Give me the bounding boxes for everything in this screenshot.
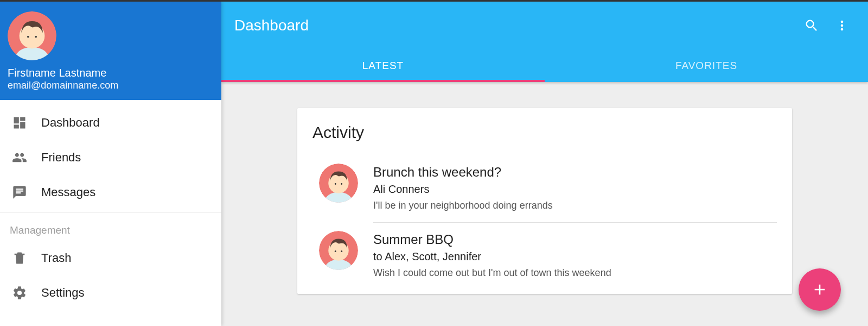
sidebar-item-friends[interactable]: Friends bbox=[0, 140, 221, 175]
chat-icon bbox=[10, 185, 29, 200]
gear-icon bbox=[10, 285, 29, 300]
dashboard-icon bbox=[10, 115, 29, 130]
sidebar: Firstname Lastname email@domainname.com … bbox=[0, 2, 221, 326]
activity-card: Activity Brunch this weekend? Ali Conner… bbox=[297, 108, 792, 294]
tab-favorites[interactable]: FAVORITES bbox=[545, 49, 868, 82]
avatar bbox=[319, 164, 358, 203]
overflow-menu-button[interactable] bbox=[829, 12, 855, 39]
profile-name: Firstname Lastname bbox=[8, 66, 214, 80]
list-item[interactable]: Brunch this weekend? Ali Conners I'll be… bbox=[297, 155, 792, 222]
sidebar-item-settings[interactable]: Settings bbox=[0, 275, 221, 310]
item-title: Brunch this weekend? bbox=[373, 165, 777, 180]
tab-label: FAVORITES bbox=[675, 60, 737, 72]
item-subtitle: Ali Conners bbox=[373, 183, 777, 196]
profile-header: Firstname Lastname email@domainname.com bbox=[0, 2, 221, 100]
people-icon bbox=[10, 150, 29, 165]
main: Dashboard LATEST FAVORITES Activity bbox=[221, 2, 868, 326]
list-item[interactable]: Summer BBQ to Alex, Scott, Jennifer Wish… bbox=[297, 222, 792, 290]
item-text: I'll be in your neighborhood doing erran… bbox=[373, 200, 777, 211]
item-text: Wish I could come out but I'm out of tow… bbox=[373, 267, 777, 279]
nav-label: Trash bbox=[41, 251, 71, 265]
more-vert-icon bbox=[834, 18, 850, 33]
nav-divider bbox=[0, 212, 221, 212]
search-icon bbox=[804, 18, 819, 33]
content-area: Activity Brunch this weekend? Ali Conner… bbox=[221, 82, 868, 326]
sidebar-item-trash[interactable]: Trash bbox=[0, 241, 221, 275]
profile-email: email@domainname.com bbox=[8, 80, 214, 91]
nav-label: Settings bbox=[41, 286, 85, 300]
nav-label: Messages bbox=[41, 185, 95, 199]
item-title: Summer BBQ bbox=[373, 232, 777, 247]
sidebar-item-messages[interactable]: Messages bbox=[0, 175, 221, 210]
profile-avatar[interactable] bbox=[8, 11, 56, 60]
page-title: Dashboard bbox=[234, 17, 309, 34]
avatar bbox=[319, 231, 358, 270]
tab-latest[interactable]: LATEST bbox=[221, 49, 545, 82]
plus-icon bbox=[811, 281, 828, 298]
item-subtitle: to Alex, Scott, Jennifer bbox=[373, 250, 777, 263]
appbar: Dashboard LATEST FAVORITES bbox=[221, 2, 868, 82]
trash-icon bbox=[10, 250, 29, 266]
nav-section-label: Management bbox=[0, 215, 221, 241]
search-button[interactable] bbox=[799, 12, 825, 39]
tabs: LATEST FAVORITES bbox=[221, 49, 868, 82]
card-title: Activity bbox=[297, 123, 792, 155]
nav-label: Friends bbox=[41, 151, 81, 165]
fab-add[interactable] bbox=[799, 268, 841, 311]
sidebar-item-dashboard[interactable]: Dashboard bbox=[0, 105, 221, 140]
nav-primary: Dashboard Friends Messages Management Tr… bbox=[0, 100, 221, 310]
nav-label: Dashboard bbox=[41, 116, 100, 130]
tab-label: LATEST bbox=[362, 60, 404, 72]
